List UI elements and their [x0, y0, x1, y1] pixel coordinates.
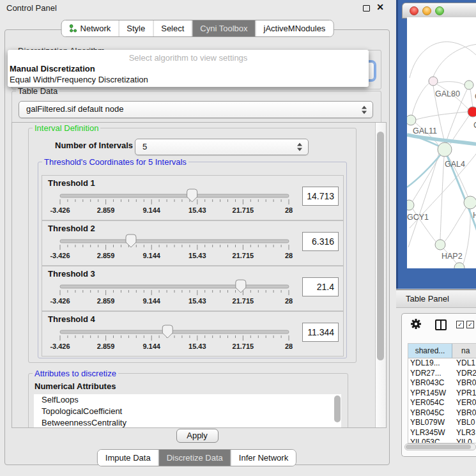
network-icon: [70, 24, 77, 33]
threshold-value-field[interactable]: 11.344: [302, 323, 339, 342]
svg-text:-3.426: -3.426: [50, 252, 70, 259]
cell-shared-name: YER054C: [408, 398, 452, 408]
svg-text:28: 28: [285, 342, 293, 350]
table-row[interactable]: YBR045CYBR0: [408, 408, 476, 418]
attribute-list-item[interactable]: TopologicalCoefficient: [34, 406, 341, 417]
threshold-value-field[interactable]: 14.713: [302, 187, 339, 206]
combo-stepper-icon: [297, 143, 303, 151]
panel-scrollbar[interactable]: [375, 123, 386, 427]
slider-thumb[interactable]: [162, 325, 173, 338]
network-node-label: HAP2: [441, 252, 463, 261]
threshold-slider[interactable]: -3.4262.8599.14415.4321.71528: [54, 233, 298, 264]
network-edge: [410, 42, 476, 78]
threshold-slider[interactable]: -3.4262.8599.14415.4321.71528: [54, 279, 298, 309]
tab-cyni-toolbox[interactable]: Cyni Toolbox: [192, 20, 255, 36]
apply-button[interactable]: Apply: [176, 429, 219, 443]
svg-text:28: 28: [285, 206, 293, 214]
threshold-slider[interactable]: -3.4262.8599.14415.4321.71528: [54, 324, 298, 355]
network-node[interactable]: [407, 200, 414, 210]
threshold-box: Threshold 1-3.4262.8599.14415.4321.71528…: [42, 175, 344, 220]
number-of-intervals-value: 5: [135, 139, 308, 155]
tab-jactivemnodules[interactable]: jActiveMNodules: [256, 20, 334, 36]
network-node[interactable]: [438, 142, 452, 157]
slider-thumb[interactable]: [187, 189, 197, 202]
checkbox-icon[interactable]: ✓: [466, 321, 474, 328]
numerical-attributes-label: Numerical Attributes: [35, 381, 116, 391]
table-row[interactable]: YDR27...YDR2: [408, 369, 476, 379]
network-node-label: GAL4: [445, 160, 465, 169]
list-scrollbar-thumb[interactable]: [334, 395, 341, 422]
close-icon[interactable]: ✕: [376, 2, 384, 12]
network-node[interactable]: [464, 196, 476, 209]
column-header-shared-name[interactable]: shared...: [408, 344, 452, 358]
svg-text:2.859: 2.859: [97, 342, 115, 350]
threshold-label: Threshold 3: [48, 269, 95, 279]
dropdown-item[interactable]: Manual Discretization: [8, 63, 369, 74]
table-header-row: shared... na: [408, 344, 476, 358]
slider-thumb[interactable]: [126, 234, 136, 247]
svg-text:21.715: 21.715: [233, 342, 254, 350]
attribute-list-item[interactable]: BetweennessCentrality: [34, 417, 341, 428]
network-edge: [416, 112, 468, 119]
group-title-attributes: Attributes to discretize: [33, 369, 118, 378]
table-row[interactable]: YBL079WYBL0: [408, 418, 476, 428]
algorithm-dropdown-popup: Select algorithm to view settings Manual…: [8, 50, 369, 87]
table-data-combobox[interactable]: galFiltered.sif default node: [19, 101, 373, 118]
cell-name: YPR1: [452, 388, 476, 399]
tab-network[interactable]: Network: [62, 20, 119, 36]
tab-style[interactable]: Style: [118, 20, 153, 36]
attribute-list-item[interactable]: SelfLoops: [34, 394, 341, 406]
tab-select[interactable]: Select: [153, 20, 192, 36]
panel-scrollbar-thumb[interactable]: [377, 132, 384, 360]
gear-icon[interactable]: [410, 318, 422, 330]
network-node[interactable]: [468, 107, 476, 117]
svg-text:2.859: 2.859: [97, 297, 115, 305]
table-row[interactable]: YER054CYER0: [408, 398, 476, 408]
network-node-label: GAL11: [413, 127, 437, 135]
cell-shared-name: YIL053C: [408, 438, 452, 443]
tab-impute-data[interactable]: Impute Data: [98, 450, 158, 466]
threshold-value-field[interactable]: 6.316: [302, 232, 339, 251]
table-panel: ✓ ✓ shared... na YDL19...YDL1YDR27...YDR…: [401, 313, 476, 457]
network-node[interactable]: [429, 77, 438, 86]
table-row[interactable]: YBR043CYBR0: [408, 378, 476, 388]
threshold-label: Threshold 2: [48, 224, 95, 233]
number-of-intervals-combobox[interactable]: 5: [135, 139, 309, 155]
network-node[interactable]: [454, 263, 464, 268]
table-panel-title: Table Panel: [396, 290, 476, 307]
cell-name: YDR2: [452, 369, 476, 379]
dropdown-item[interactable]: Equal Width/Frequency Discretization: [8, 74, 369, 85]
cell-shared-name: YBL079W: [408, 418, 452, 428]
tab-infer-network[interactable]: Infer Network: [231, 450, 296, 466]
network-edge: [463, 209, 470, 264]
float-window-icon[interactable]: [363, 5, 370, 12]
table-hscrollbar[interactable]: [404, 443, 476, 450]
attributes-group: Attributes to discretize Numerical Attri…: [28, 373, 348, 428]
table-row[interactable]: YPR145WYPR1: [408, 388, 476, 399]
table-panel-titlebar: Table Panel: [396, 289, 476, 308]
network-window: GAL80GACGAL11GAL4GCY1HHAP2: [396, 0, 476, 289]
table-row[interactable]: YLR345WYLR3: [408, 428, 476, 438]
threshold-slider[interactable]: -3.4262.8599.14415.4321.71528: [54, 188, 298, 219]
table-row[interactable]: YDL19...YDL1: [408, 358, 476, 369]
close-traffic-light[interactable]: [410, 6, 418, 15]
tab-discretize-data[interactable]: Discretize Data: [158, 450, 231, 466]
threshold-value-field[interactable]: 21.4: [302, 277, 339, 296]
columns-icon[interactable]: [435, 319, 447, 330]
svg-text:15.43: 15.43: [188, 297, 206, 305]
network-node[interactable]: [435, 240, 445, 250]
table-data-selected: galFiltered.sif default node: [19, 102, 372, 117]
svg-text:9.144: 9.144: [142, 342, 160, 350]
network-node[interactable]: [407, 115, 416, 125]
minimize-traffic-light[interactable]: [422, 6, 431, 15]
zoom-traffic-light[interactable]: [435, 6, 444, 15]
svg-text:9.144: 9.144: [142, 252, 160, 259]
table-row[interactable]: YIL053CYIL0: [408, 438, 476, 443]
network-node[interactable]: [464, 81, 473, 89]
column-header-name[interactable]: na: [452, 344, 476, 358]
cell-name: YLR3: [452, 428, 476, 438]
network-canvas[interactable]: GAL80GACGAL11GAL4GCY1HHAP2: [407, 17, 476, 268]
checkbox-icon[interactable]: ✓: [456, 321, 464, 328]
network-nodes: GAL80GACGAL11GAL4GCY1HHAP2: [407, 77, 476, 268]
slider-thumb[interactable]: [236, 280, 246, 293]
